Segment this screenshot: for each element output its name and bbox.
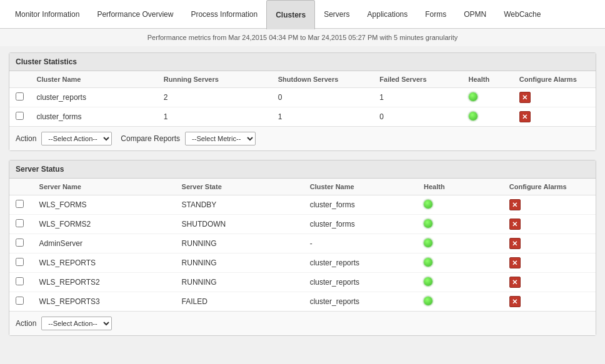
alarms-cell: ✕ — [503, 195, 596, 215]
cluster-col-name: Cluster Name — [31, 71, 158, 88]
failed-servers-cell: 0 — [373, 107, 462, 127]
table-row: WLS_REPORTS RUNNING cluster_reports ✕ — [9, 253, 596, 273]
cluster-action-select[interactable]: --Select Action-- — [41, 132, 112, 145]
server-status-panel: Server Status Server Name Server State C… — [9, 160, 596, 336]
configure-alarms-button[interactable]: ✕ — [509, 238, 521, 249]
shutdown-servers-cell: 1 — [272, 107, 374, 127]
server-col-name: Server Name — [33, 179, 176, 195]
health-indicator — [424, 297, 432, 305]
server-row-checkbox-0[interactable] — [16, 200, 24, 208]
configure-alarms-button[interactable]: ✕ — [509, 199, 521, 210]
alarms-cell: ✕ — [513, 88, 596, 107]
running-servers-cell: 2 — [158, 88, 272, 107]
nav-item-performance-overview[interactable]: Performance Overview — [88, 0, 182, 29]
top-navigation: Monitor InformationPerformance OverviewP… — [0, 0, 605, 29]
configure-alarms-button[interactable]: ✕ — [519, 92, 531, 103]
server-state-cell: FAILED — [176, 292, 304, 312]
table-row: WLS_REPORTS3 FAILED cluster_reports ✕ — [9, 292, 596, 312]
health-indicator — [469, 112, 478, 121]
configure-alarms-button[interactable]: ✕ — [519, 111, 531, 122]
cluster-name-cell: cluster_forms — [31, 107, 158, 127]
alarms-cell: ✕ — [513, 107, 596, 127]
server-state-cell: RUNNING — [176, 273, 304, 292]
server-row-checkbox-1[interactable] — [16, 219, 24, 227]
server-name-cell: WLS_FORMS — [33, 195, 176, 215]
table-row: AdminServer RUNNING - ✕ — [9, 234, 596, 253]
cluster-table: Cluster Name Running Servers Shutdown Se… — [9, 71, 596, 126]
configure-alarms-button[interactable]: ✕ — [509, 219, 521, 230]
running-servers-cell: 1 — [158, 107, 272, 127]
configure-alarms-button[interactable]: ✕ — [509, 277, 521, 288]
health-indicator — [424, 219, 432, 228]
server-action-bar: Action --Select Action-- — [9, 311, 596, 335]
nav-item-process-information[interactable]: Process Information — [182, 0, 266, 29]
server-state-cell: STANDBY — [176, 195, 304, 215]
subtitle-text: Performance metrics from Mar 24,2015 04:… — [148, 34, 458, 41]
alarms-cell: ✕ — [503, 292, 596, 312]
nav-item-servers[interactable]: Servers — [315, 0, 358, 29]
cluster-name-cell: cluster_forms — [304, 195, 418, 215]
server-row-checkbox-3[interactable] — [16, 258, 24, 266]
cluster-metric-select[interactable]: --Select Metric-- — [185, 132, 256, 145]
cluster-row-checkbox-1[interactable] — [16, 112, 24, 120]
configure-alarms-button[interactable]: ✕ — [509, 296, 521, 307]
nav-item-applications[interactable]: Applications — [359, 0, 417, 29]
main-content: Cluster Statistics Cluster Name Running … — [0, 46, 605, 351]
server-row-checkbox-2[interactable] — [16, 239, 24, 247]
alarms-cell: ✕ — [503, 234, 596, 253]
health-cell — [418, 195, 503, 215]
table-row: WLS_REPORTS2 RUNNING cluster_reports ✕ — [9, 273, 596, 292]
cluster-col-health: Health — [462, 71, 513, 88]
server-col-state: Server State — [176, 179, 304, 195]
alarms-cell: ✕ — [503, 253, 596, 273]
configure-alarms-button[interactable]: ✕ — [509, 257, 521, 268]
failed-servers-cell: 1 — [373, 88, 462, 107]
cluster-col-check — [9, 71, 31, 88]
cluster-statistics-panel: Cluster Statistics Cluster Name Running … — [9, 52, 596, 151]
cluster-action-bar: Action --Select Action-- Compare Reports… — [9, 126, 596, 150]
nav-item-webcache[interactable]: WebCache — [495, 0, 549, 29]
cluster-table-header-row: Cluster Name Running Servers Shutdown Se… — [9, 71, 596, 88]
table-row: WLS_FORMS STANDBY cluster_forms ✕ — [9, 195, 596, 215]
shutdown-servers-cell: 0 — [272, 88, 374, 107]
nav-item-monitor-information[interactable]: Monitor Information — [6, 0, 88, 29]
server-action-select[interactable]: --Select Action-- — [41, 317, 112, 330]
server-table: Server Name Server State Cluster Name He… — [9, 179, 596, 311]
subtitle-bar: Performance metrics from Mar 24,2015 04:… — [0, 29, 605, 46]
cluster-name-cell: - — [304, 234, 418, 253]
health-cell — [418, 292, 503, 312]
server-name-cell: WLS_REPORTS — [33, 253, 176, 273]
server-name-cell: WLS_FORMS2 — [33, 215, 176, 234]
cluster-row-checkbox-0[interactable] — [16, 92, 24, 101]
server-col-alarms: Configure Alarms — [503, 179, 596, 195]
server-name-cell: AdminServer — [33, 234, 176, 253]
cluster-name-cell: cluster_forms — [304, 215, 418, 234]
cluster-col-shutdown: Shutdown Servers — [272, 71, 374, 88]
nav-item-forms[interactable]: Forms — [416, 0, 455, 29]
health-indicator — [424, 239, 432, 247]
health-cell — [418, 215, 503, 234]
server-state-cell: SHUTDOWN — [176, 215, 304, 234]
cluster-name-cell: cluster_reports — [304, 292, 418, 312]
cluster-panel-title: Cluster Statistics — [16, 57, 77, 66]
table-row: cluster_reports 2 0 1 ✕ — [9, 88, 596, 107]
health-indicator — [424, 277, 432, 286]
cluster-col-alarms: Configure Alarms — [513, 71, 596, 88]
nav-item-clusters[interactable]: Clusters — [266, 0, 315, 29]
health-cell — [418, 253, 503, 273]
health-indicator — [469, 92, 478, 101]
server-panel-header: Server Status — [9, 160, 596, 179]
server-row-checkbox-4[interactable] — [16, 277, 24, 285]
cluster-panel-header: Cluster Statistics — [9, 53, 596, 71]
nav-item-opmn[interactable]: OPMN — [455, 0, 495, 29]
server-col-cluster: Cluster Name — [304, 179, 418, 195]
server-state-cell: RUNNING — [176, 253, 304, 273]
alarms-cell: ✕ — [503, 215, 596, 234]
server-name-cell: WLS_REPORTS3 — [33, 292, 176, 312]
cluster-name-cell: cluster_reports — [31, 88, 158, 107]
health-cell — [462, 88, 513, 107]
alarms-cell: ✕ — [503, 273, 596, 292]
server-row-checkbox-5[interactable] — [16, 297, 24, 305]
cluster-compare-label: Compare Reports — [121, 134, 180, 143]
cluster-action-label: Action — [16, 134, 36, 143]
